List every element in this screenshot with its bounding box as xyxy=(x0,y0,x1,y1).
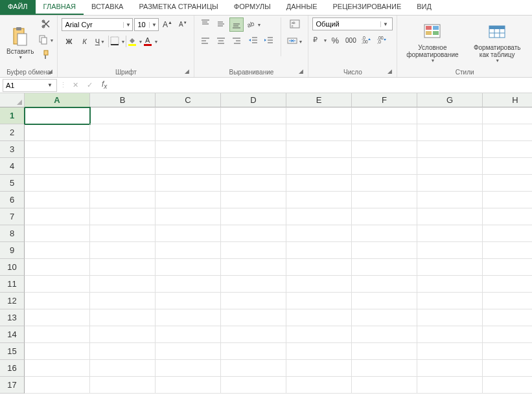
comma-format-button[interactable]: 000 xyxy=(343,33,358,47)
decrease-indent-button[interactable] xyxy=(246,34,260,49)
cell[interactable] xyxy=(352,309,417,326)
cell[interactable] xyxy=(221,141,286,158)
cell[interactable] xyxy=(221,360,286,377)
align-right-button[interactable] xyxy=(229,34,244,49)
column-header[interactable]: B xyxy=(90,93,156,107)
font-color-button[interactable]: A▼ xyxy=(143,34,157,49)
row-header[interactable]: 2 xyxy=(0,124,25,141)
cell[interactable] xyxy=(156,175,221,192)
row-header[interactable]: 13 xyxy=(0,309,25,326)
cell[interactable] xyxy=(286,225,352,242)
cell[interactable] xyxy=(25,377,90,394)
cell[interactable] xyxy=(90,124,156,141)
clipboard-launcher[interactable]: ◢ xyxy=(48,68,56,76)
cell[interactable] xyxy=(25,326,90,343)
row-header[interactable]: 5 xyxy=(0,175,25,192)
cell[interactable] xyxy=(483,158,532,175)
cell[interactable] xyxy=(483,326,532,343)
number-launcher[interactable]: ◢ xyxy=(387,68,395,76)
format-painter-button[interactable] xyxy=(39,49,53,63)
tab-data[interactable]: ДАННЫЕ xyxy=(279,0,325,15)
dropdown-arrow-icon[interactable]: ▼ xyxy=(149,22,158,28)
cell[interactable] xyxy=(417,192,483,208)
cell[interactable] xyxy=(483,360,532,377)
cell[interactable] xyxy=(156,124,221,141)
cell[interactable] xyxy=(156,208,221,225)
row-header[interactable]: 10 xyxy=(0,259,25,276)
cell[interactable] xyxy=(25,208,90,225)
cell[interactable] xyxy=(417,158,483,175)
align-left-button[interactable] xyxy=(198,34,213,49)
cell[interactable] xyxy=(286,242,352,259)
column-header[interactable]: G xyxy=(417,93,483,107)
cell[interactable] xyxy=(286,326,352,343)
cell[interactable] xyxy=(25,141,90,158)
cell[interactable] xyxy=(483,377,532,394)
cell[interactable] xyxy=(221,124,286,141)
cell[interactable] xyxy=(90,208,156,225)
row-header[interactable]: 11 xyxy=(0,276,25,293)
cell[interactable] xyxy=(156,276,221,293)
cell[interactable] xyxy=(483,293,532,309)
cell[interactable] xyxy=(352,242,417,259)
cell[interactable] xyxy=(25,293,90,309)
cell[interactable] xyxy=(286,276,352,293)
cell[interactable] xyxy=(221,158,286,175)
cell[interactable] xyxy=(221,208,286,225)
cell[interactable] xyxy=(221,326,286,343)
cell[interactable] xyxy=(221,309,286,326)
column-header[interactable]: A xyxy=(25,93,90,107)
cell[interactable] xyxy=(25,309,90,326)
align-top-button[interactable] xyxy=(198,17,213,32)
cell[interactable] xyxy=(483,242,532,259)
tab-formulas[interactable]: ФОРМУЛЫ xyxy=(226,0,279,15)
conditional-formatting-button[interactable]: Условное форматирование▼ xyxy=(401,17,463,67)
row-header[interactable]: 6 xyxy=(0,192,25,208)
cell[interactable] xyxy=(90,309,156,326)
cell[interactable] xyxy=(25,276,90,293)
decrease-font-button[interactable]: A▼ xyxy=(176,17,190,32)
row-header[interactable]: 17 xyxy=(0,377,25,394)
cell[interactable] xyxy=(417,326,483,343)
cell[interactable] xyxy=(286,309,352,326)
cell[interactable] xyxy=(286,141,352,158)
cell[interactable] xyxy=(286,208,352,225)
cell[interactable] xyxy=(25,107,90,124)
cancel-formula-button[interactable]: ✕ xyxy=(69,80,81,91)
increase-decimal-button[interactable]: ,0,00 xyxy=(359,33,373,47)
cell[interactable] xyxy=(221,343,286,360)
cell[interactable] xyxy=(221,107,286,124)
enter-formula-button[interactable]: ✓ xyxy=(84,80,95,91)
cell[interactable] xyxy=(417,175,483,192)
dropdown-arrow-icon[interactable]: ▼ xyxy=(123,22,132,28)
format-as-table-button[interactable]: Форматировать как таблицу▼ xyxy=(466,17,528,67)
cell-reference-input[interactable] xyxy=(3,82,45,89)
cell[interactable] xyxy=(483,141,532,158)
cell[interactable] xyxy=(352,293,417,309)
align-middle-button[interactable] xyxy=(214,17,228,32)
cell[interactable] xyxy=(417,259,483,276)
cell[interactable] xyxy=(90,192,156,208)
alignment-launcher[interactable]: ◢ xyxy=(299,68,306,76)
cell[interactable] xyxy=(483,175,532,192)
merge-center-button[interactable]: ▼ xyxy=(286,34,304,49)
cell[interactable] xyxy=(90,242,156,259)
cell[interactable] xyxy=(25,124,90,141)
cell[interactable] xyxy=(90,293,156,309)
cell[interactable] xyxy=(352,343,417,360)
cell[interactable] xyxy=(156,158,221,175)
cell[interactable] xyxy=(352,192,417,208)
tab-file[interactable]: ФАЙЛ xyxy=(0,0,36,15)
cell[interactable] xyxy=(417,242,483,259)
cell[interactable] xyxy=(25,343,90,360)
formula-input[interactable] xyxy=(113,79,529,92)
copy-button[interactable]: ▼ xyxy=(39,33,53,47)
cell[interactable] xyxy=(352,276,417,293)
column-header[interactable]: F xyxy=(352,93,417,107)
decrease-decimal-button[interactable]: ,00,0 xyxy=(375,33,389,47)
cell[interactable] xyxy=(156,242,221,259)
name-box[interactable]: ▼ xyxy=(3,79,57,92)
wrap-text-button[interactable]: abc xyxy=(286,17,304,32)
cell[interactable] xyxy=(417,343,483,360)
cell[interactable] xyxy=(417,107,483,124)
